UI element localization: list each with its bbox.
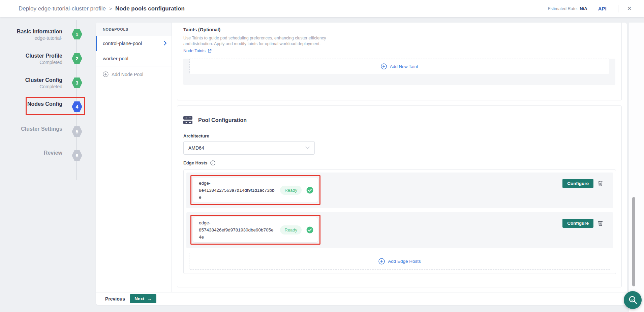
chevron-right-icon [164,41,167,46]
pool-configuration-header: Pool Configuration [183,116,615,124]
stepper-step[interactable]: Cluster Config Completed 3 [0,77,96,92]
step-number: 2 [76,56,79,61]
step-number-badge: 1 [72,29,82,39]
configure-button[interactable]: Configure [562,219,593,228]
header-divider [618,5,618,12]
node-taints-link-label: Node Taints [183,49,206,53]
step-number: 3 [76,80,79,86]
nodepool-item[interactable]: worker-pool [96,51,172,66]
nodepool-name: control-plane-pool [103,41,142,46]
edge-host-row: edge-857438426ef9d9781930dbe90b705e4e Re… [186,212,613,248]
page-title: Node pools configuration [115,5,185,12]
api-link[interactable]: API [598,6,607,11]
add-node-pool-label: Add Node Pool [112,72,143,77]
architecture-value: AMD64 [188,145,204,151]
search-help-bubble[interactable] [624,291,642,309]
nodepool-name: worker-pool [103,56,128,61]
header-right: Estimated Rate: N/A API ✕ [548,4,644,13]
wizard-footer: Previous Next → [96,292,627,305]
next-button[interactable]: Next → [130,294,156,303]
edge-host-row: edge-8e41384227563a7d14df9f1d1ac73bbe Re… [186,173,613,208]
chevron-down-icon [305,147,310,149]
step-label: Basic Information [17,28,62,35]
main-content-card: NODEPOOLS control-plane-pool worker-pool… [96,23,627,305]
magnifier-smile-icon [628,295,638,305]
step-sublabel: Completed [39,84,62,90]
nodepool-item[interactable]: control-plane-pool [96,36,172,51]
scrollbar-thumb[interactable] [632,197,635,286]
step-number: 5 [76,129,79,134]
add-node-pool-button[interactable]: Add Node Pool [96,66,172,82]
taints-list-area: Add New Taint [183,59,615,85]
circle-plus-icon [103,71,109,77]
scrollbar-track [629,23,644,312]
configure-button[interactable]: Configure [562,179,593,188]
edge-host-card[interactable]: edge-8e41384227563a7d14df9f1d1ac73bbe Re… [193,178,318,202]
edge-host-name: edge-857438426ef9d9781930dbe90b705e4e [199,219,275,241]
step-label: Cluster Settings [21,126,62,132]
circle-plus-icon [378,258,385,264]
check-circle-icon [306,226,313,233]
estimated-rate-label: Estimated Rate: [548,6,578,11]
nodepools-title: NODEPOOLS [96,23,172,36]
pool-configuration-section: Pool Configuration Architecture AMD64 Ed… [177,105,622,287]
step-number: 6 [76,153,79,158]
taints-title: Taints (Optional) [183,27,615,32]
edge-hosts-label: Edge Hosts [183,160,208,165]
add-new-taint-button[interactable]: Add New Taint [189,59,609,74]
add-edge-hosts-button[interactable]: Add Edge Hosts [189,253,610,270]
pool-configuration-title: Pool Configuration [198,117,247,123]
estimated-rate-value: N/A [580,6,587,11]
step-number-badge: 5 [72,126,82,137]
wizard-stepper: Basic Information edge-tutorial- 1 Clust… [0,17,96,312]
server-icon [183,116,192,124]
stepper-step[interactable]: Cluster Settings 5 [0,126,96,141]
step-number: 1 [76,32,79,37]
taints-description: Use Taints to guide pod scheduling prefe… [183,35,333,47]
step-label: Cluster Profile [26,53,62,59]
status-badge: Ready [280,225,302,235]
info-icon[interactable] [210,160,215,165]
check-circle-icon [306,187,313,194]
add-edge-hosts-label: Add Edge Hosts [388,259,421,264]
next-button-label: Next [134,296,144,301]
stepper-step[interactable]: Basic Information edge-tutorial- 1 [0,28,96,44]
taints-section: Taints (Optional) Use Taints to guide po… [177,23,622,100]
breadcrumb: Deploy edge-tutorial-cluster profile > N… [0,5,185,12]
previous-button[interactable]: Previous [105,296,125,302]
stepper-step[interactable]: Review 6 [0,150,96,165]
architecture-select[interactable]: AMD64 [183,141,315,155]
add-new-taint-label: Add New Taint [390,64,418,69]
stepper-step[interactable]: Cluster Profile Completed 2 [0,53,96,68]
trash-icon[interactable] [598,181,603,186]
step-sublabel: edge-tutorial- [35,35,63,41]
step-number-badge: 6 [72,150,82,161]
breadcrumb-separator: > [109,6,112,11]
edge-hosts-header: Edge Hosts [183,160,615,165]
trash-icon[interactable] [598,220,603,226]
circle-plus-icon [381,63,387,69]
step-label: Review [44,150,62,156]
step-number-badge: 2 [72,53,82,64]
nodepool-detail-content: Taints (Optional) Use Taints to guide po… [172,23,627,292]
step-label: Cluster Config [25,77,62,84]
nodepools-panel: NODEPOOLS control-plane-pool worker-pool… [96,23,172,292]
edge-hosts-list: edge-8e41384227563a7d14df9f1d1ac73bbe Re… [183,169,616,274]
annotation-rect-edge-host: edge-8e41384227563a7d14df9f1d1ac73bbe Re… [190,175,320,205]
annotation-rect-edge-host: edge-857438426ef9d9781930dbe90b705e4e Re… [190,215,320,245]
node-taints-link[interactable]: Node Taints [183,49,615,53]
step-number-badge: 3 [72,77,82,88]
edge-host-actions: Configure [562,179,613,188]
arrow-right-icon: → [147,296,152,301]
close-icon[interactable]: ✕ [624,4,635,13]
external-link-icon [208,49,212,53]
status-badge: Ready [280,186,302,195]
architecture-label: Architecture [183,133,615,138]
header-bar: Deploy edge-tutorial-cluster profile > N… [0,0,644,17]
breadcrumb-deploy-profile[interactable]: Deploy edge-tutorial-cluster profile [19,5,106,12]
edge-host-card[interactable]: edge-857438426ef9d9781930dbe90b705e4e Re… [193,217,318,242]
edge-host-actions: Configure [562,219,613,228]
edge-host-name: edge-8e41384227563a7d14df9f1d1ac73bbe [199,180,275,201]
step-sublabel: Completed [39,59,62,66]
annotation-rect-nodes-config [26,97,85,115]
